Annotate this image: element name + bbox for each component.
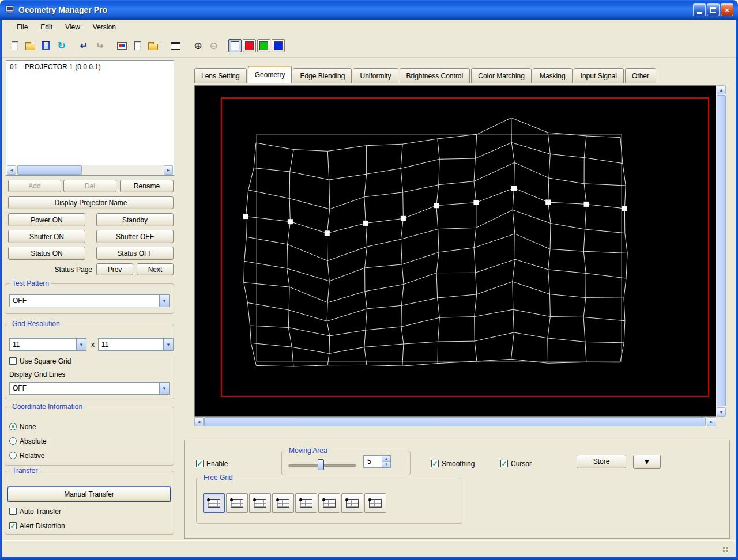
grid-resolution-h-select[interactable]: 11 ▼: [9, 338, 86, 351]
status-off-button[interactable]: Status OFF: [96, 247, 174, 260]
use-square-grid-checkbox[interactable]: [9, 357, 17, 365]
free-grid-mode-7-button[interactable]: [341, 493, 363, 513]
zoom-in-button[interactable]: ⊕: [190, 38, 206, 54]
menu-edit[interactable]: Edit: [34, 21, 59, 33]
alert-distortion-checkbox[interactable]: ✓: [9, 522, 17, 529]
tab-lens-setting[interactable]: Lens Setting: [194, 68, 247, 83]
new-profile-button[interactable]: [130, 38, 145, 54]
list-item[interactable]: 01 PROJECTOR 1 (0.0.0.1): [6, 61, 174, 73]
tab-uniformity[interactable]: Uniformity: [353, 68, 398, 83]
cursor-checkbox[interactable]: ✓: [500, 460, 508, 467]
tab-brightness-control[interactable]: Brightness Control: [400, 68, 470, 83]
tab-other[interactable]: Other: [625, 68, 656, 83]
open-profile-button[interactable]: [145, 38, 161, 54]
prev-button[interactable]: Prev: [96, 263, 133, 275]
status-on-button[interactable]: Status ON: [8, 247, 85, 260]
chevron-down-icon[interactable]: ▼: [159, 383, 169, 394]
scrollbar-thumb[interactable]: [17, 165, 82, 175]
free-grid-mode-1-button[interactable]: [203, 493, 225, 513]
refresh-button[interactable]: ↻: [54, 38, 69, 54]
chevron-down-icon[interactable]: ▼: [159, 295, 169, 307]
power-on-button[interactable]: Power ON: [8, 213, 85, 226]
manual-transfer-button[interactable]: Manual Transfer: [7, 487, 171, 502]
free-grid-mode-6-button[interactable]: [318, 493, 340, 513]
free-grid-mode-4-button[interactable]: [272, 493, 294, 513]
undo-button[interactable]: ↵: [76, 38, 92, 54]
tab-input-signal[interactable]: Input Signal: [574, 68, 624, 83]
resize-grip[interactable]: [723, 547, 725, 549]
chevron-down-icon[interactable]: ▼: [163, 339, 173, 350]
spin-up-icon[interactable]: ▲: [382, 456, 390, 462]
store-dropdown-button[interactable]: ▼: [633, 455, 661, 469]
canvas-vscrollbar[interactable]: ▲ ▼: [717, 85, 726, 417]
grid-control-handle[interactable]: [511, 186, 517, 191]
menu-file[interactable]: File: [10, 21, 34, 33]
tab-edge-blending[interactable]: Edge Blending: [293, 68, 352, 83]
spin-down-icon[interactable]: ▼: [382, 462, 390, 468]
menu-version[interactable]: Version: [86, 21, 122, 33]
geometry-canvas[interactable]: [194, 85, 716, 417]
moving-area-slider-thumb[interactable]: [318, 459, 324, 470]
save-button[interactable]: [38, 38, 54, 54]
color-swatch-red-button[interactable]: [243, 39, 256, 52]
shutter-on-button[interactable]: Shutter ON: [8, 230, 85, 243]
grid-control-handle[interactable]: [473, 200, 479, 205]
coordinate-relative-radio[interactable]: [9, 452, 17, 459]
shutter-off-button[interactable]: Shutter OFF: [96, 230, 174, 243]
grid-control-handle[interactable]: [401, 216, 406, 221]
grid-control-handle[interactable]: [434, 203, 439, 208]
window-layout-button[interactable]: [168, 38, 183, 54]
rename-button[interactable]: Rename: [120, 180, 174, 192]
scrollbar-thumb[interactable]: [717, 95, 726, 406]
grid-mesh[interactable]: [195, 86, 716, 416]
grid-control-handle[interactable]: [363, 221, 368, 226]
scroll-left-icon[interactable]: ◄: [7, 165, 16, 175]
add-button[interactable]: Add: [8, 180, 61, 192]
grid-control-handle[interactable]: [622, 206, 627, 211]
projector-id-button[interactable]: [114, 38, 130, 54]
color-swatch-white-button[interactable]: [228, 39, 242, 52]
grid-control-handle[interactable]: [288, 219, 293, 224]
grid-resolution-v-select[interactable]: 11 ▼: [98, 338, 174, 351]
close-button[interactable]: ×: [721, 3, 733, 16]
zoom-out-button[interactable]: ⊖: [206, 38, 221, 54]
auto-transfer-checkbox[interactable]: [9, 508, 17, 515]
scroll-up-icon[interactable]: ▲: [717, 85, 726, 94]
moving-area-spinner[interactable]: 5 ▲ ▼: [363, 455, 391, 468]
coordinate-absolute-radio[interactable]: [9, 437, 17, 445]
open-file-button[interactable]: [22, 38, 38, 54]
menu-view[interactable]: View: [59, 21, 86, 33]
scroll-down-icon[interactable]: ▼: [717, 407, 726, 417]
enable-checkbox[interactable]: ✓: [196, 460, 204, 467]
scroll-right-icon[interactable]: ►: [164, 165, 173, 175]
color-swatch-blue-button[interactable]: [272, 39, 285, 52]
grid-control-handle[interactable]: [243, 214, 248, 219]
free-grid-mode-2-button[interactable]: [226, 493, 248, 513]
free-grid-mode-8-button[interactable]: [364, 493, 386, 513]
maximize-button[interactable]: [707, 3, 720, 16]
store-button[interactable]: Store: [577, 455, 626, 468]
canvas-hscrollbar[interactable]: ◄ ►: [194, 417, 716, 426]
tab-geometry[interactable]: Geometry: [248, 66, 292, 83]
free-grid-mode-5-button[interactable]: [295, 493, 317, 513]
minimize-button[interactable]: [693, 3, 706, 16]
smoothing-checkbox[interactable]: ✓: [431, 460, 439, 467]
new-file-button[interactable]: [7, 38, 22, 54]
del-button[interactable]: Del: [63, 180, 116, 192]
standby-button[interactable]: Standby: [96, 213, 174, 226]
scroll-right-icon[interactable]: ►: [707, 417, 716, 426]
scroll-left-icon[interactable]: ◄: [194, 417, 204, 426]
grid-control-handle[interactable]: [545, 200, 551, 205]
display-projector-name-button[interactable]: Display Projector Name: [8, 196, 174, 209]
chevron-down-icon[interactable]: ▼: [76, 339, 86, 350]
color-swatch-green-button[interactable]: [257, 39, 270, 52]
next-button[interactable]: Next: [137, 263, 174, 275]
scrollbar-thumb[interactable]: [204, 417, 706, 426]
redo-button[interactable]: ↵: [92, 38, 107, 54]
tab-masking[interactable]: Masking: [533, 68, 573, 83]
display-grid-lines-select[interactable]: OFF ▼: [9, 382, 170, 395]
grid-control-handle[interactable]: [584, 202, 589, 207]
test-pattern-select[interactable]: OFF ▼: [9, 294, 170, 307]
projector-list-hscrollbar[interactable]: ◄ ►: [7, 165, 173, 175]
free-grid-mode-3-button[interactable]: [249, 493, 271, 513]
